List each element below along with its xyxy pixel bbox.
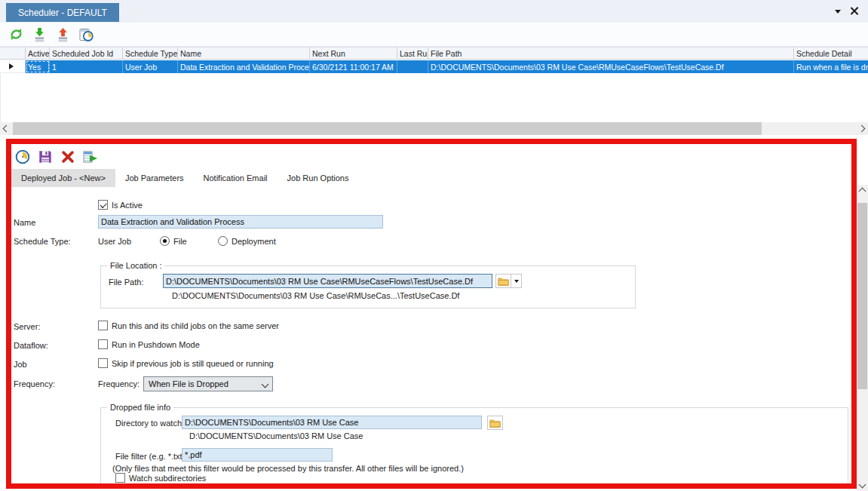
col-header-last-run[interactable]: Last Run — [397, 48, 428, 59]
cell-next-run[interactable]: 6/30/2121 11:00:17 AM — [310, 60, 397, 73]
pushdown-checkbox-label: Run in Pushdown Mode — [112, 340, 200, 349]
tab-deployed-job[interactable]: Deployed Job - <New> — [11, 169, 115, 187]
radio-unselected-icon[interactable] — [218, 236, 228, 246]
vertical-scrollbar[interactable] — [857, 185, 868, 491]
cell-file-path[interactable]: D:\DOCUMENTS\Documents\03 RM Use Case\RM… — [428, 60, 794, 73]
schedule-clock-button[interactable] — [14, 148, 32, 166]
browse-directory-button[interactable] — [487, 416, 503, 430]
job-detail-panel: Deployed Job - <New> Job Parameters Noti… — [11, 144, 851, 483]
window-title-tab[interactable]: Scheduler - DEFAULT — [6, 3, 119, 22]
col-header-scheduled-job-id[interactable]: Scheduled Job Id — [50, 48, 123, 59]
tab-job-run-options[interactable]: Job Run Options — [278, 169, 359, 187]
radio-selected-icon[interactable] — [160, 236, 170, 246]
grid-empty-area — [0, 73, 868, 122]
cell-name[interactable]: Data Extraction and Validation Process — [178, 60, 310, 73]
refresh-icon — [8, 26, 24, 42]
checkbox-icon[interactable] — [98, 358, 108, 368]
col-header-active[interactable]: Active — [26, 48, 50, 59]
cell-last-run[interactable] — [397, 60, 428, 73]
refresh-button[interactable] — [7, 26, 25, 44]
export-schedule-button[interactable] — [54, 26, 72, 44]
window-menu-caret-icon[interactable] — [835, 10, 841, 14]
dropped-file-info-group: Dropped file info Directory to watch D:\… — [100, 407, 848, 483]
server-checkbox[interactable]: Run this and its child jobs on the same … — [98, 321, 279, 330]
directory-to-watch-label: Directory to watch — [115, 419, 182, 428]
folder-icon — [498, 277, 509, 286]
radio-file[interactable]: File — [160, 236, 187, 246]
table-row[interactable]: Yes 1 User Job Data Extraction and Valid… — [0, 60, 868, 73]
scheduler-toolbar — [0, 23, 868, 47]
file-path-input[interactable] — [163, 274, 492, 288]
scheduler-window: { "window": { "tab_title": "Scheduler - … — [0, 0, 868, 491]
scroll-left-button[interactable] — [0, 122, 13, 135]
detail-tabstrip: Deployed Job - <New> Job Parameters Noti… — [11, 169, 358, 187]
chevron-left-icon — [3, 125, 11, 133]
is-active-checkbox[interactable]: Is Active — [98, 200, 143, 210]
file-filter-input[interactable] — [182, 448, 333, 462]
cell-schedule-type[interactable]: User Job — [123, 60, 178, 73]
file-filter-label: File filter (e.g. *.txt) — [115, 452, 185, 461]
frequency-select[interactable]: When File is Dropped — [143, 376, 273, 391]
schedule-report-icon — [78, 26, 94, 43]
folder-icon — [489, 419, 501, 428]
save-button[interactable] — [36, 148, 54, 166]
file-path-label: File Path: — [109, 278, 143, 287]
highlight-border: Deployed Job - <New> Job Parameters Noti… — [6, 139, 857, 489]
save-icon — [38, 149, 53, 164]
delete-button[interactable] — [59, 148, 77, 166]
frequency-field-label: Frequency: — [98, 379, 140, 388]
window-title: Scheduler - DEFAULT — [18, 8, 107, 18]
directory-to-watch-input[interactable] — [182, 416, 482, 429]
col-header-schedule-detail[interactable]: Schedule Detail — [794, 48, 868, 59]
close-icon[interactable] — [849, 6, 859, 16]
file-path-resolved-text: D:\DOCUMENTS\Documents\03 RM Use Case\RM… — [172, 291, 459, 300]
run-job-icon — [82, 149, 99, 165]
cell-active[interactable]: Yes — [26, 60, 50, 73]
schedule-type-value: User Job — [98, 237, 131, 246]
file-location-group: File Location : File Path: D:\DOCUMENTS\… — [100, 265, 636, 308]
run-job-button[interactable] — [81, 148, 100, 166]
chevron-down-icon — [262, 380, 269, 388]
row-selector-arrow-icon[interactable] — [0, 60, 26, 73]
name-input[interactable] — [98, 215, 383, 229]
checkbox-icon[interactable] — [98, 339, 108, 349]
watch-subdirectories-checkbox[interactable]: Watch subdirectories — [115, 473, 206, 483]
col-header-schedule-type[interactable]: Schedule Type — [123, 48, 178, 59]
checkbox-icon[interactable] — [98, 321, 108, 330]
checkbox-checked-icon[interactable] — [98, 200, 108, 210]
server-label: Server: — [14, 322, 40, 331]
chevron-up-icon — [859, 188, 866, 195]
tab-job-parameters[interactable]: Job Parameters — [115, 169, 194, 187]
dropped-file-info-legend: Dropped file info — [107, 403, 173, 412]
dataflow-label: Dataflow: — [14, 341, 48, 350]
skip-previous-checkbox[interactable]: Skip if previous job is still queued or … — [98, 358, 274, 368]
radio-file-label: File — [173, 237, 187, 246]
chevron-down-icon — [514, 280, 519, 283]
frequency-selected-value: When File is Dropped — [149, 379, 229, 388]
vertical-scrollbar-thumb[interactable] — [857, 203, 867, 389]
pushdown-checkbox[interactable]: Run in Pushdown Mode — [98, 339, 200, 349]
horizontal-scrollbar[interactable] — [0, 122, 868, 135]
radio-deployment[interactable]: Deployment — [218, 236, 276, 246]
file-location-legend: File Location : — [107, 261, 164, 270]
col-header-next-run[interactable]: Next Run — [310, 48, 397, 59]
file-path-options-button[interactable] — [511, 274, 522, 288]
horizontal-scrollbar-thumb[interactable] — [13, 122, 762, 135]
clock-icon — [14, 149, 31, 165]
cell-job-id[interactable]: 1 — [50, 60, 123, 73]
col-header-name[interactable]: Name — [178, 48, 310, 59]
cell-schedule-detail[interactable]: Run when a file is dropped in D:\DOCUMEN… — [794, 60, 868, 73]
import-schedule-button[interactable] — [30, 26, 48, 44]
grid-selector-header — [0, 48, 26, 59]
schedule-type-label: Schedule Type: — [14, 237, 71, 246]
schedule-report-button[interactable] — [77, 26, 95, 44]
title-strip: Scheduler - DEFAULT — [0, 0, 868, 23]
checkbox-icon[interactable] — [115, 473, 125, 483]
browse-file-button[interactable] — [495, 274, 511, 288]
scroll-down-button[interactable] — [857, 478, 868, 491]
scroll-right-button[interactable] — [855, 122, 868, 135]
scroll-up-button[interactable] — [857, 185, 868, 198]
directory-resolved-text: D:\DOCUMENTS\Documents\03 RM Use Case — [189, 431, 363, 440]
col-header-file-path[interactable]: File Path — [428, 48, 794, 59]
tab-notification-email[interactable]: Notification Email — [194, 169, 278, 187]
